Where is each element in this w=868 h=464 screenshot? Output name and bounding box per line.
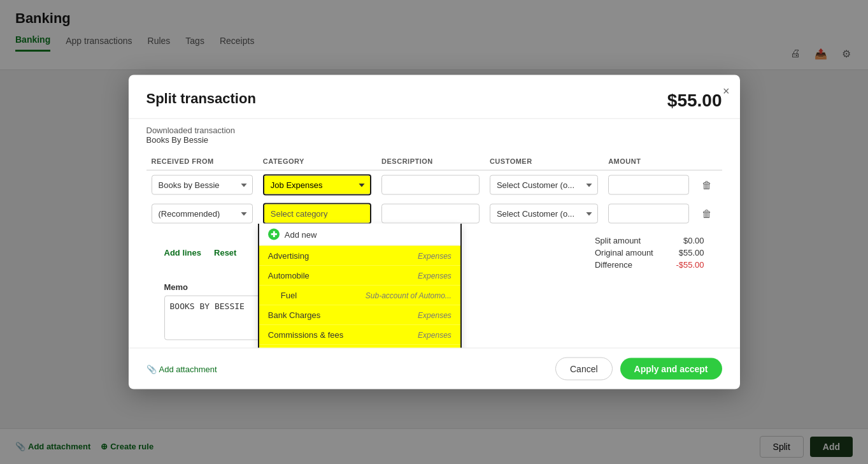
footer-right: Cancel Apply and accept <box>555 358 722 381</box>
original-amount-label: Original amount <box>595 248 653 257</box>
customer-cell-1: Select Customer (o... <box>485 170 603 199</box>
category-cell-2: Select category ✚ Add new AdvertisingExp… <box>258 199 376 228</box>
split-table: RECEIVED FROM CATEGORY DESCRIPTION CUSTO… <box>146 152 722 228</box>
amount-input-2[interactable] <box>608 204 688 224</box>
category-select-1[interactable]: Job Expenses <box>264 176 370 194</box>
downloaded-label: Downloaded transaction <box>146 126 722 135</box>
amount-cell-2 <box>603 199 694 228</box>
table-header-row: RECEIVED FROM CATEGORY DESCRIPTION CUSTO… <box>146 152 722 171</box>
dropdown-item[interactable]: Disposal FeesExpenses <box>259 345 460 348</box>
dropdown-item[interactable]: Commissions & feesExpenses <box>259 325 460 345</box>
category-dropdown-wrapper-1: Job Expenses <box>263 175 371 196</box>
modal-body: RECEIVED FROM CATEGORY DESCRIPTION CUSTO… <box>129 145 740 348</box>
dropdown-item-type: Expenses <box>418 310 452 319</box>
dropdown-item-type: Expenses <box>418 251 452 260</box>
modal-subheader: Downloaded transaction Books By Bessie <box>129 119 740 145</box>
amount-cell-1 <box>603 170 694 199</box>
customer-select-1[interactable]: Select Customer (o... <box>490 175 598 195</box>
dropdown-item-label: Commissions & fees <box>268 330 343 340</box>
dropdown-item[interactable]: AutomobileExpenses <box>259 266 460 286</box>
dropdown-item[interactable]: Bank ChargesExpenses <box>259 305 460 325</box>
description-cell-1 <box>376 170 485 199</box>
dropdown-item-type: Expenses <box>418 330 452 339</box>
col-header-category: CATEGORY <box>258 152 376 171</box>
customer-select-2[interactable]: Select Customer (o... <box>490 204 598 224</box>
col-header-received: RECEIVED FROM <box>146 152 258 171</box>
dropdown-item-label: Fuel <box>268 291 297 300</box>
modal-footer: 📎 Add attachment Cancel Apply and accept <box>129 348 740 389</box>
add-new-category-item[interactable]: ✚ Add new <box>259 224 460 246</box>
difference-label: Difference <box>595 260 632 270</box>
downloaded-value: Books By Bessie <box>146 135 722 145</box>
summary-section: Split amount $0.00 Original amount $55.0… <box>595 235 704 271</box>
category-dropdown-popup: ✚ Add new AdvertisingExpensesAutomobileE… <box>258 224 462 348</box>
col-header-amount: AMOUNT <box>603 152 694 171</box>
split-transaction-modal: Split transaction $55.00 × Downloaded tr… <box>129 75 740 389</box>
original-amount-row: Original amount $55.00 <box>595 247 704 259</box>
cancel-button[interactable]: Cancel <box>555 358 613 381</box>
difference-row: Difference -$55.00 <box>595 259 704 271</box>
received-from-cell-1: Books by Bessie <box>146 170 258 199</box>
col-header-customer: CUSTOMER <box>485 152 603 171</box>
dropdown-item-type: Sub-account of Automo... <box>366 291 452 300</box>
description-input-2[interactable] <box>381 204 480 224</box>
dropdown-item[interactable]: FuelSub-account of Automo... <box>259 286 460 305</box>
modal-header: Split transaction $55.00 × <box>129 75 740 119</box>
category-cell-1: Job Expenses <box>258 170 376 199</box>
dropdown-item-type: Expenses <box>418 271 452 280</box>
delete-cell-1: 🗑 <box>694 170 722 199</box>
split-amount-row: Split amount $0.00 <box>595 235 704 247</box>
received-from-select-2[interactable]: (Recommended) <box>152 204 253 224</box>
modal-title: Split transaction <box>146 91 256 107</box>
customer-cell-2: Select Customer (o... <box>485 199 603 228</box>
paperclip-icon: 📎 <box>146 364 157 373</box>
received-from-cell-2: (Recommended) <box>146 199 258 228</box>
table-row: (Recommended) Select category ✚ <box>146 199 722 228</box>
dropdown-item-label: Automobile <box>268 271 309 280</box>
add-new-icon: ✚ <box>268 229 280 240</box>
col-header-action <box>694 152 722 171</box>
reset-button[interactable]: Reset <box>214 235 236 271</box>
modal-header-left: Split transaction <box>146 91 256 107</box>
modal-close-button[interactable]: × <box>723 85 730 97</box>
category-select-2[interactable]: Select category <box>264 205 370 223</box>
original-amount-value: $55.00 <box>679 248 704 257</box>
received-from-select-1[interactable]: Books by Bessie <box>152 175 253 195</box>
delete-cell-2: 🗑 <box>694 199 722 228</box>
add-lines-button[interactable]: Add lines <box>164 235 202 271</box>
split-amount-label: Split amount <box>595 236 641 245</box>
amount-input-1[interactable] <box>608 175 688 195</box>
delete-row-1-button[interactable]: 🗑 <box>699 177 715 193</box>
add-attachment-button[interactable]: 📎 Add attachment <box>146 364 217 373</box>
dropdown-item[interactable]: AdvertisingExpenses <box>259 246 460 266</box>
dropdown-item-label: Bank Charges <box>268 310 320 320</box>
col-header-description: DESCRIPTION <box>376 152 485 171</box>
dropdown-item-label: Advertising <box>268 251 309 261</box>
table-row: Books by Bessie Job Expenses <box>146 170 722 199</box>
delete-row-2-button[interactable]: 🗑 <box>699 205 715 222</box>
split-amount-value: $0.00 <box>683 236 704 245</box>
footer-left: 📎 Add attachment <box>146 364 217 373</box>
description-input-1[interactable] <box>381 175 480 195</box>
apply-accept-button[interactable]: Apply and accept <box>620 358 722 380</box>
difference-value: -$55.00 <box>676 260 704 270</box>
modal-amount: $55.00 <box>667 91 722 111</box>
add-new-label: Add new <box>285 229 317 239</box>
category-dropdown-wrapper-2: Select category <box>263 203 371 224</box>
